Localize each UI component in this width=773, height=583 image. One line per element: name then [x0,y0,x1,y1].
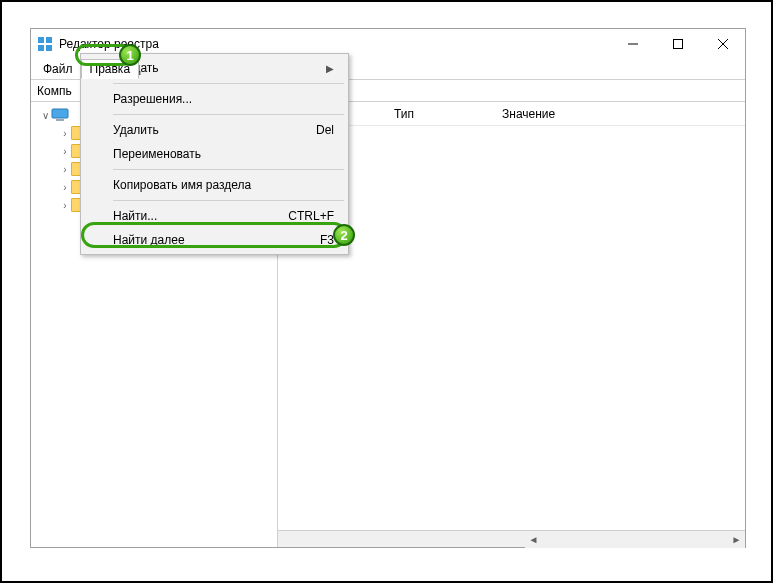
computer-icon [51,108,69,122]
app-icon [37,36,53,52]
menu-item-label: Разрешения... [113,92,192,106]
menubar: Файл Правка Вид Избранное Справка [31,59,745,80]
column-value[interactable]: Значение [494,107,745,121]
horizontal-scrollbar[interactable]: ◄ ► [278,530,745,547]
menu-separator [113,169,344,170]
chevron-right-icon[interactable]: › [59,128,71,139]
menu-shortcut: Del [316,123,334,137]
window-controls [610,29,745,59]
svg-rect-9 [56,119,64,121]
menu-copy-key-name[interactable]: Копировать имя раздела [83,173,346,197]
chevron-right-icon[interactable]: › [59,146,71,157]
menu-item-label: Переименовать [113,147,201,161]
chevron-right-icon[interactable]: › [59,182,71,193]
address-path: Компь [37,84,72,98]
menu-separator [113,83,344,84]
svg-rect-0 [38,37,44,43]
menu-shortcut: F3 [320,233,334,247]
menu-file[interactable]: Файл [35,60,81,78]
chevron-down-icon[interactable]: ∨ [39,110,51,121]
chevron-right-icon[interactable]: › [59,200,71,211]
menu-find[interactable]: Найти... CTRL+F [83,204,346,228]
svg-rect-1 [46,37,52,43]
menu-permissions[interactable]: Разрешения... [83,87,346,111]
menu-item-label: Удалить [113,123,159,137]
menu-delete[interactable]: Удалить Del [83,118,346,142]
menu-rename[interactable]: Переименовать [83,142,346,166]
menu-separator [113,200,344,201]
svg-rect-3 [46,45,52,51]
menu-item-label: Найти далее [113,233,185,247]
close-button[interactable] [700,29,745,59]
svg-rect-8 [52,109,68,118]
menu-separator [113,114,344,115]
edit-dropdown-menu: Создать ▶ Разрешения... Удалить Del Пере… [80,53,349,255]
column-type[interactable]: Тип [386,107,494,121]
scroll-left-icon[interactable]: ◄ [525,531,542,548]
minimize-button[interactable] [610,29,655,59]
menu-find-next[interactable]: Найти далее F3 [83,228,346,252]
submenu-arrow-icon: ▶ [326,63,334,74]
svg-rect-2 [38,45,44,51]
maximize-button[interactable] [655,29,700,59]
chevron-right-icon[interactable]: › [59,164,71,175]
menu-edit[interactable]: Правка [81,59,140,79]
window-title: Редактор реестра [59,37,159,51]
menu-item-label: Найти... [113,209,157,223]
menu-shortcut: CTRL+F [288,209,334,223]
svg-rect-5 [673,40,682,49]
menu-item-label: Копировать имя раздела [113,178,251,192]
scroll-right-icon[interactable]: ► [728,531,745,548]
